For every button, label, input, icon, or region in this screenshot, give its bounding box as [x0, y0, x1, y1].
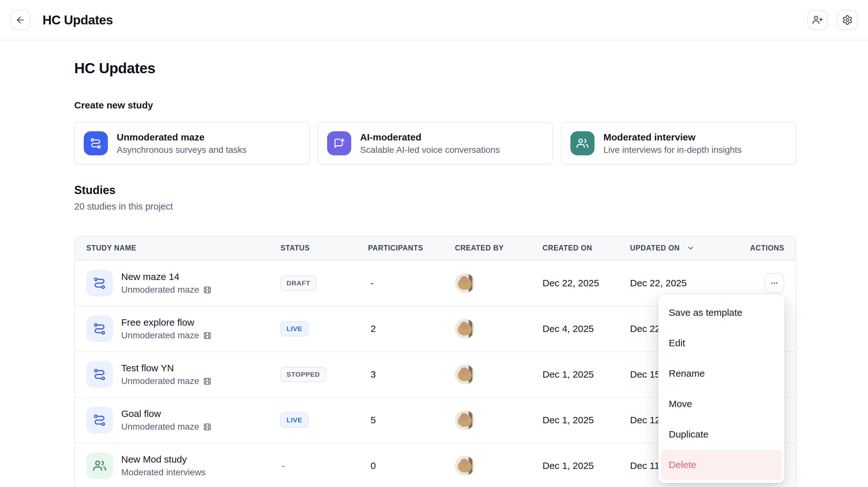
maze-study-icon [86, 270, 113, 296]
film-icon [203, 286, 212, 294]
study-type-label: Unmoderated maze [121, 422, 199, 432]
study-name: Goal flow [121, 409, 212, 419]
film-icon [203, 423, 212, 431]
maze-study-icon [86, 316, 113, 342]
interview-study-icon [86, 452, 113, 479]
status-badge: STOPPED [280, 367, 326, 382]
study-type-label: Unmoderated maze [121, 330, 199, 340]
card-title: AI-moderated [360, 132, 500, 143]
study-type-label: Unmoderated maze [121, 285, 199, 295]
column-header-created-by: CREATED BY [455, 244, 542, 252]
studies-count: 20 studies in this project [74, 201, 796, 212]
invite-user-button[interactable] [807, 10, 828, 30]
participants-count: 5 [368, 415, 455, 425]
card-title: Moderated interview [603, 132, 742, 143]
created-on-date: Dec 1, 2025 [542, 369, 630, 380]
gear-icon [842, 14, 853, 25]
settings-button[interactable] [837, 10, 858, 30]
participants-count: 0 [368, 460, 455, 471]
column-header-study-name: STUDY NAME [86, 244, 280, 252]
chat-sparkle-icon [327, 131, 351, 155]
created-on-date: Dec 1, 2025 [542, 415, 630, 425]
menu-item-edit[interactable]: Edit [661, 328, 782, 358]
page-title: HC Updates [74, 60, 796, 77]
menu-item-delete[interactable]: Delete [661, 450, 782, 480]
study-name: Free explore flow [121, 317, 212, 328]
created-on-date: Dec 4, 2025 [542, 323, 630, 334]
card-title: Unmoderated maze [117, 132, 247, 143]
study-name: Test flow YN [121, 363, 212, 374]
card-ai-moderated[interactable]: AI-moderated Scalable AI-led voice conve… [317, 122, 553, 165]
maze-study-icon [86, 407, 113, 433]
avatar [455, 410, 475, 430]
study-type-label: Moderated interviews [121, 467, 206, 478]
window-title: HC Updates [42, 13, 113, 27]
card-unmoderated-maze[interactable]: Unmoderated maze Asynchronous surveys an… [74, 122, 310, 165]
menu-item-duplicate[interactable]: Duplicate [661, 419, 782, 450]
create-study-heading: Create new study [74, 100, 796, 111]
route-icon [84, 131, 108, 155]
chevron-down-icon[interactable] [686, 244, 695, 252]
app-screen: HC Updates HC Updates Create new study [0, 0, 868, 487]
participants-count: - [368, 278, 455, 289]
avatar [455, 319, 475, 338]
users-icon [570, 131, 594, 155]
table-header-row: STUDY NAME STATUS PARTICIPANTS CREATED B… [75, 236, 796, 260]
ellipsis-icon [770, 279, 779, 288]
studies-heading: Studies [74, 183, 796, 197]
film-icon [203, 331, 212, 340]
created-on-date: Dec 22, 2025 [542, 278, 630, 289]
created-on-date: Dec 1, 2025 [542, 460, 630, 471]
status-empty: - [280, 460, 285, 471]
back-button[interactable] [10, 10, 30, 30]
study-name: New Mod study [121, 454, 206, 465]
status-badge: LIVE [280, 321, 308, 336]
arrow-left-icon [15, 15, 25, 25]
film-icon [203, 377, 212, 386]
updated-on-date: Dec 22, 2025 [630, 278, 725, 289]
menu-item-move[interactable]: Move [661, 389, 782, 419]
avatar [455, 273, 475, 293]
column-header-created-on: CREATED ON [542, 244, 630, 252]
study-name: New maze 14 [121, 271, 212, 282]
column-header-participants: PARTICIPANTS [368, 244, 455, 252]
status-badge: DRAFT [280, 275, 316, 291]
maze-study-icon [86, 361, 113, 388]
column-header-status: STATUS [280, 244, 368, 252]
study-type-label: Unmoderated maze [121, 376, 199, 386]
participants-count: 2 [368, 323, 455, 334]
card-moderated-interview[interactable]: Moderated interview Live interviews for … [561, 122, 796, 165]
avatar [455, 456, 475, 476]
menu-item-save-as-template[interactable]: Save as template [661, 297, 782, 328]
user-plus-icon [812, 14, 823, 25]
participants-count: 3 [368, 369, 455, 380]
status-badge: LIVE [280, 413, 308, 428]
top-bar: HC Updates [0, 0, 868, 40]
menu-item-rename[interactable]: Rename [661, 358, 782, 389]
card-subtitle: Live interviews for in-depth insights [603, 145, 742, 155]
avatar [455, 365, 475, 384]
card-subtitle: Scalable AI-led voice conversations [360, 145, 500, 155]
create-study-cards: Unmoderated maze Asynchronous surveys an… [74, 122, 796, 165]
row-actions-menu: Save as template Edit Rename Move Duplic… [658, 295, 784, 483]
row-actions-button[interactable] [765, 273, 784, 293]
column-header-updated-on[interactable]: UPDATED ON [630, 244, 725, 252]
column-header-actions: ACTIONS [725, 244, 784, 252]
card-subtitle: Asynchronous surveys and tasks [117, 145, 247, 155]
